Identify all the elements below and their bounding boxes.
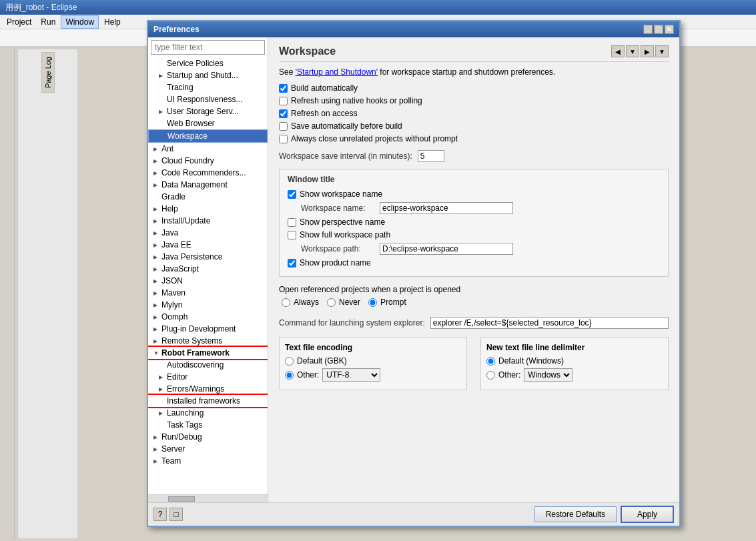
default-delimiter-radio[interactable] (486, 357, 495, 366)
tree-item-web-browser[interactable]: Web Browser (148, 117, 268, 129)
tree-item-plugin-development[interactable]: ▶ Plug-in Development (148, 323, 268, 335)
tree-container[interactable]: Service Policies ▶ Startup and Shutd... … (148, 57, 268, 494)
command-label: Command for launching system explorer: (279, 318, 425, 328)
tree-item-errors-warnings[interactable]: ▶ Errors/Warnings (148, 383, 268, 395)
menu-run[interactable]: Run (37, 16, 59, 28)
show-perspective-checkbox[interactable] (288, 218, 296, 227)
help-icon[interactable]: ? (153, 508, 167, 521)
apply-button[interactable]: Apply (621, 506, 674, 523)
nav-down-button[interactable]: ▼ (626, 45, 639, 57)
save-before-build-checkbox[interactable] (279, 122, 288, 131)
tree-item-ui-responsiveness[interactable]: UI Responsiveness... (148, 93, 268, 105)
close-button[interactable]: ✕ (665, 25, 674, 34)
tree-item-editor[interactable]: ▶ Editor (148, 371, 268, 383)
refresh-native-checkbox[interactable] (279, 97, 288, 105)
tree-label: Installed frameworks (167, 396, 240, 406)
workspace-path-input[interactable] (380, 243, 513, 255)
tree-label: Gradle (161, 192, 185, 201)
workspace-path-label: Workspace path: (301, 244, 374, 253)
show-workspace-name-row: Show workspace name (288, 189, 660, 199)
tree-item-team[interactable]: ▶ Team (148, 455, 268, 467)
tree-item-mylyn[interactable]: ▶ Mylyn (148, 299, 268, 311)
tree-item-startup[interactable]: ▶ Startup and Shutd... (148, 69, 268, 81)
save-interval-input[interactable] (418, 150, 444, 162)
default-encoding-label: Default (GBK) (297, 356, 347, 366)
open-projects-never: Never (327, 298, 360, 307)
tree-item-task-tags[interactable]: Task Tags (148, 419, 268, 431)
page-log-tab[interactable]: Page Log (41, 52, 55, 93)
tree-item-install-update[interactable]: ▶ Install/Update (148, 215, 268, 227)
horizontal-scrollbar[interactable] (148, 494, 268, 502)
other-encoding-radio[interactable] (285, 371, 294, 380)
tree-item-code-recommenders[interactable]: ▶ Code Recommenders... (148, 167, 268, 179)
tree-item-autodiscovering[interactable]: Autodiscovering (148, 359, 268, 371)
tree-item-oomph[interactable]: ▶ Oomph (148, 311, 268, 323)
open-projects-options: Always Never Prompt (279, 298, 669, 310)
tree-item-tracing[interactable]: Tracing (148, 81, 268, 93)
tree-label: Data Management (161, 180, 228, 189)
tree-item-workspace[interactable]: Workspace (148, 129, 268, 143)
tree-item-java-ee[interactable]: ▶ Java EE (148, 239, 268, 251)
tree-item-javascript[interactable]: ▶ JavaScript (148, 263, 268, 275)
delimiter-select[interactable]: Windows Unix Mac (524, 368, 573, 382)
info-icon[interactable]: □ (169, 508, 183, 521)
other-delimiter-row: Other: Windows Unix Mac (486, 368, 663, 382)
open-projects-prompt: Prompt (368, 298, 406, 307)
arrow-icon: ▶ (153, 182, 160, 188)
build-auto-checkbox[interactable] (279, 84, 288, 93)
restore-defaults-button[interactable]: Restore Defaults (534, 506, 617, 522)
menu-help[interactable]: Help (100, 16, 125, 28)
always-label: Always (294, 298, 319, 307)
workspace-name-input[interactable] (380, 202, 513, 214)
show-product-checkbox[interactable] (288, 259, 296, 267)
startup-shutdown-link[interactable]: 'Startup and Shutdown' (296, 67, 378, 77)
tree-item-maven[interactable]: ▶ Maven (148, 287, 268, 299)
menu-project[interactable]: Project (3, 16, 35, 28)
window-title: 用例_robot - Eclipse (5, 2, 77, 13)
nav-forward-button[interactable]: ▶ (641, 45, 654, 57)
tree-item-run-debug[interactable]: ▶ Run/Debug (148, 431, 268, 443)
maximize-button[interactable]: □ (654, 25, 663, 34)
tree-item-robot-framework[interactable]: ▼ Robot Framework (148, 347, 268, 359)
arrow-icon: ▶ (159, 410, 165, 416)
tree-item-remote-systems[interactable]: ▶ Remote Systems (148, 335, 268, 347)
tree-item-service-policies[interactable]: Service Policies (148, 57, 268, 69)
show-workspace-name-checkbox[interactable] (288, 190, 296, 199)
tree-item-installed-frameworks[interactable]: Installed frameworks (148, 395, 268, 407)
arrow-icon: ▶ (159, 109, 165, 115)
show-full-path-checkbox[interactable] (288, 231, 296, 239)
other-delimiter-radio[interactable] (486, 371, 495, 380)
default-encoding-radio[interactable] (285, 357, 294, 366)
dialog-action-buttons: Restore Defaults Apply (534, 506, 674, 523)
close-unrelated-checkbox[interactable] (279, 135, 288, 143)
never-radio[interactable] (327, 298, 336, 307)
always-radio[interactable] (282, 298, 290, 307)
build-auto-label: Build automatically (291, 83, 358, 93)
tree-item-json[interactable]: ▶ JSON (148, 275, 268, 287)
tree-item-user-storage[interactable]: ▶ User Storage Serv... (148, 105, 268, 117)
tree-item-launching[interactable]: ▶ Launching (148, 407, 268, 419)
tree-item-gradle[interactable]: Gradle (148, 191, 268, 203)
tree-item-data-management[interactable]: ▶ Data Management (148, 179, 268, 191)
menu-window[interactable]: Window (61, 15, 99, 29)
tree-item-java[interactable]: ▶ Java (148, 227, 268, 239)
prompt-radio[interactable] (368, 298, 377, 307)
tree-label: User Storage Serv... (167, 107, 239, 116)
nav-back-button[interactable]: ◀ (611, 45, 625, 57)
show-full-path-row: Show full workspace path (288, 230, 660, 239)
show-product-row: Show product name (288, 258, 660, 267)
encoding-select[interactable]: UTF-8 GBK ISO-8859-1 UTF-16 (322, 368, 380, 382)
refresh-access-checkbox[interactable] (279, 109, 288, 118)
arrow-icon: ▶ (153, 218, 160, 224)
filter-input[interactable] (151, 40, 265, 55)
tree-item-cloud-foundry[interactable]: ▶ Cloud Foundry (148, 155, 268, 167)
arrow-icon: ▶ (153, 242, 160, 248)
tree-item-ant[interactable]: ▶ Ant (148, 143, 268, 155)
minimize-button[interactable]: _ (643, 25, 653, 34)
nav-menu-button[interactable]: ▼ (655, 45, 669, 57)
tree-item-server[interactable]: ▶ Server (148, 443, 268, 455)
tree-item-help[interactable]: ▶ Help (148, 203, 268, 215)
tree-item-java-persistence[interactable]: ▶ Java Persistence (148, 251, 268, 263)
content-body: See 'Startup and Shutdown' for workspace… (279, 67, 669, 390)
command-input[interactable] (430, 317, 669, 329)
